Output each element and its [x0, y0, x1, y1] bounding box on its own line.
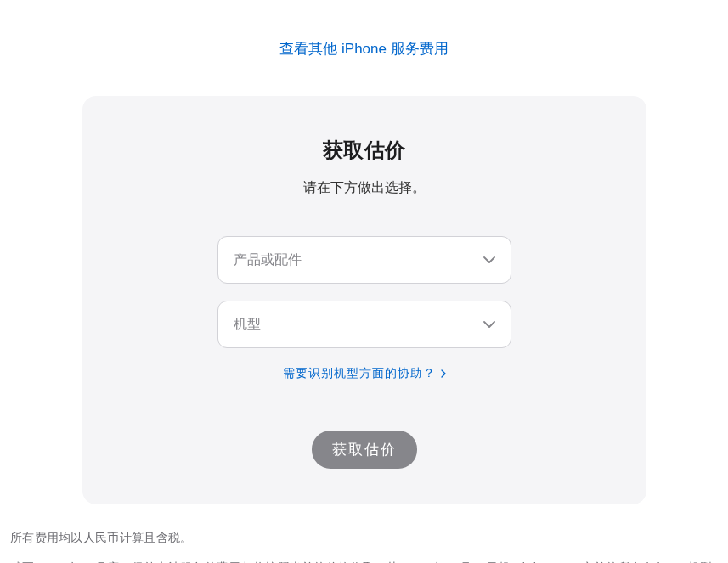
- product-select[interactable]: 产品或配件: [217, 236, 511, 284]
- footer-note-1: 所有费用均以人民币计算且含税。: [10, 526, 718, 549]
- help-link-row: 需要识别机型方面的协助？: [108, 365, 621, 381]
- estimate-card: 获取估价 请在下方做出选择。 产品或配件 机型 需要识别机型方面的协助？ 获取估…: [82, 96, 646, 504]
- get-estimate-button[interactable]: 获取估价: [312, 431, 417, 469]
- footer-note-2: 截至 2023 年 2 月底，保外电池服务的费用都将按照当前的价格收取。从 20…: [10, 556, 718, 563]
- model-select-placeholder: 机型: [234, 316, 261, 334]
- product-select-placeholder: 产品或配件: [234, 251, 302, 269]
- footer-notes: 所有费用均以人民币计算且含税。 截至 2023 年 2 月底，保外电池服务的费用…: [8, 526, 720, 563]
- card-title: 获取估价: [108, 137, 621, 164]
- view-other-services-link[interactable]: 查看其他 iPhone 服务费用: [8, 39, 720, 59]
- chevron-right-icon: [441, 369, 446, 378]
- chevron-down-icon: [483, 256, 495, 263]
- help-link-text: 需要识别机型方面的协助？: [283, 366, 436, 381]
- identify-model-help-link[interactable]: 需要识别机型方面的协助？: [283, 366, 446, 381]
- chevron-down-icon: [483, 321, 495, 328]
- model-select[interactable]: 机型: [217, 301, 511, 348]
- card-subtitle: 请在下方做出选择。: [108, 179, 621, 197]
